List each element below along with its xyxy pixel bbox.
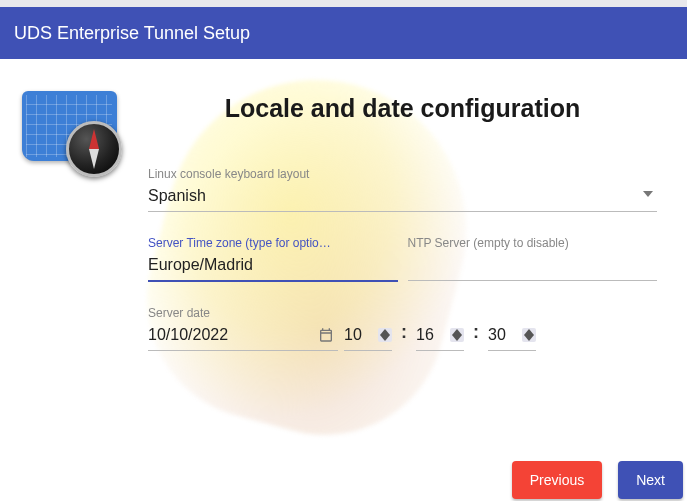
chevron-down-icon xyxy=(380,335,390,341)
server-date-field: Server date xyxy=(148,306,338,351)
next-button[interactable]: Next xyxy=(618,461,683,499)
timezone-ntp-row: Server Time zone (type for optio… NTP Se… xyxy=(148,236,657,282)
hour-field[interactable]: 10 xyxy=(344,326,392,351)
second-stepper[interactable] xyxy=(522,328,536,342)
server-date-label: Server date xyxy=(148,306,338,320)
chevron-down-icon xyxy=(524,335,534,341)
header-bar: UDS Enterprise Tunnel Setup xyxy=(0,7,687,59)
previous-button[interactable]: Previous xyxy=(512,461,602,499)
keyboard-layout-select[interactable] xyxy=(148,185,657,212)
time-separator: : xyxy=(398,322,410,351)
hour-stepper[interactable] xyxy=(378,328,392,342)
calendar-icon[interactable] xyxy=(318,327,334,343)
header-title: UDS Enterprise Tunnel Setup xyxy=(14,23,250,44)
timezone-label: Server Time zone (type for optio… xyxy=(148,236,398,250)
minute-stepper[interactable] xyxy=(450,328,464,342)
content-area: Locale and date configuration Linux cons… xyxy=(0,59,687,351)
ntp-input[interactable] xyxy=(408,254,658,281)
form-column: Locale and date configuration Linux cons… xyxy=(148,89,657,351)
timezone-field: Server Time zone (type for optio… xyxy=(148,236,398,282)
server-date-input[interactable] xyxy=(148,324,338,351)
second-field[interactable]: 30 xyxy=(488,326,536,351)
globe-compass-icon xyxy=(18,89,126,179)
ntp-field: NTP Server (empty to disable) xyxy=(408,236,658,282)
second-value: 30 xyxy=(488,326,522,344)
hour-value: 10 xyxy=(344,326,378,344)
wizard-icon-column xyxy=(18,89,148,351)
window-top-strip xyxy=(0,0,687,7)
page-title: Locale and date configuration xyxy=(148,94,657,123)
timezone-input[interactable] xyxy=(148,254,398,282)
keyboard-layout-label: Linux console keyboard layout xyxy=(148,167,657,181)
minute-value: 16 xyxy=(416,326,450,344)
time-separator: : xyxy=(470,322,482,351)
server-date-row: Server date 10 : 16 xyxy=(148,306,657,351)
keyboard-layout-field: Linux console keyboard layout xyxy=(148,167,657,212)
minute-field[interactable]: 16 xyxy=(416,326,464,351)
chevron-down-icon xyxy=(452,335,462,341)
wizard-footer: Previous Next xyxy=(512,461,683,499)
ntp-label: NTP Server (empty to disable) xyxy=(408,236,658,250)
